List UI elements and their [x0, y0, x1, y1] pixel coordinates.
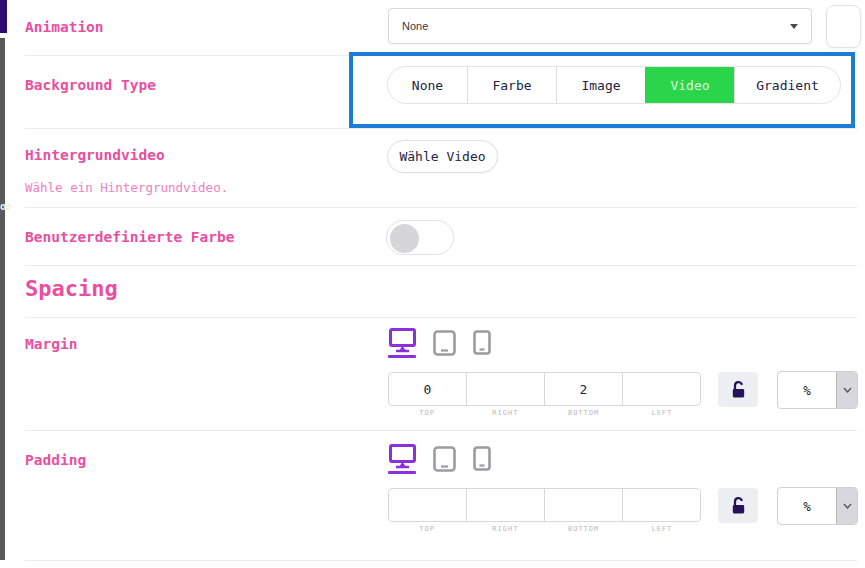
bg-type-option-gradient[interactable]: Gradient [734, 67, 840, 103]
divider [25, 317, 857, 318]
caret-down-icon [790, 24, 798, 29]
margin-label: Margin [25, 336, 77, 352]
background-type-button-group: None Farbe Image Video Gradient [387, 66, 841, 104]
padding-device-switcher [388, 444, 491, 474]
hintergrundvideo-description: Wähle ein Hintergrundvideo. [25, 180, 228, 195]
field-label-bottom: BOTTOM [545, 525, 623, 533]
active-device-indicator [388, 471, 416, 474]
padding-unit-select[interactable]: % [777, 487, 858, 525]
mobile-icon[interactable] [473, 444, 491, 471]
padding-right-input[interactable] [466, 489, 544, 521]
field-label-top: TOP [388, 409, 466, 417]
padding-bottom-input[interactable] [544, 489, 622, 521]
tablet-icon[interactable] [433, 444, 456, 472]
margin-top-input[interactable] [389, 373, 466, 405]
margin-link-values-button[interactable] [718, 372, 758, 407]
clipped-text-fragment: oc [0, 201, 10, 212]
field-label-bottom: BOTTOM [545, 409, 623, 417]
margin-device-switcher [388, 328, 491, 358]
padding-link-values-button[interactable] [718, 488, 758, 523]
mobile-icon[interactable] [473, 328, 491, 355]
margin-unit-value: % [778, 372, 836, 408]
background-type-label: Background Type [25, 77, 156, 93]
field-label-left: LEFT [623, 409, 701, 417]
bg-type-option-none[interactable]: None [388, 67, 467, 103]
animation-label: Animation [25, 19, 104, 35]
empty-swatch-button[interactable] [826, 5, 861, 48]
field-label-right: RIGHT [466, 409, 544, 417]
margin-inputs [388, 372, 701, 406]
chevron-down-icon [836, 488, 857, 524]
unlock-icon [728, 495, 749, 516]
padding-label: Padding [25, 452, 86, 468]
unlock-icon [728, 379, 749, 400]
padding-inputs [388, 488, 701, 522]
padding-unit-value: % [778, 488, 836, 524]
active-device-indicator [388, 355, 416, 358]
field-label-right: RIGHT [466, 525, 544, 533]
desktop-icon[interactable] [388, 328, 416, 358]
divider [25, 265, 857, 266]
left-edge-strip [0, 38, 5, 560]
bg-type-option-farbe[interactable]: Farbe [467, 67, 556, 103]
choose-video-button[interactable]: Wähle Video [387, 140, 498, 173]
custom-color-toggle[interactable] [386, 220, 454, 255]
tablet-icon[interactable] [433, 328, 456, 356]
margin-unit-select[interactable]: % [777, 371, 858, 409]
divider [25, 128, 857, 129]
animation-select-value: None [402, 20, 428, 32]
divider [25, 207, 857, 208]
spacing-section-heading: Spacing [25, 276, 118, 301]
margin-bottom-input[interactable] [544, 373, 622, 405]
divider [25, 430, 857, 431]
field-label-left: LEFT [623, 525, 701, 533]
padding-field-labels: TOP RIGHT BOTTOM LEFT [388, 525, 701, 533]
margin-right-input[interactable] [466, 373, 544, 405]
left-corner-accent [0, 0, 7, 33]
margin-left-input[interactable] [622, 373, 700, 405]
divider [25, 560, 857, 561]
toggle-knob [390, 224, 419, 253]
margin-field-labels: TOP RIGHT BOTTOM LEFT [388, 409, 701, 417]
desktop-icon[interactable] [388, 444, 416, 474]
animation-select[interactable]: None [388, 8, 812, 44]
bg-type-option-image[interactable]: Image [556, 67, 645, 103]
padding-top-input[interactable] [389, 489, 466, 521]
custom-color-label: Benutzerdefinierte Farbe [25, 229, 235, 245]
settings-panel: oc Animation None Background Type None F… [0, 0, 865, 568]
field-label-top: TOP [388, 525, 466, 533]
chevron-down-icon [836, 372, 857, 408]
bg-type-option-video-selected[interactable]: Video [645, 67, 734, 103]
hintergrundvideo-label: Hintergrundvideo [25, 147, 165, 163]
padding-left-input[interactable] [622, 489, 700, 521]
